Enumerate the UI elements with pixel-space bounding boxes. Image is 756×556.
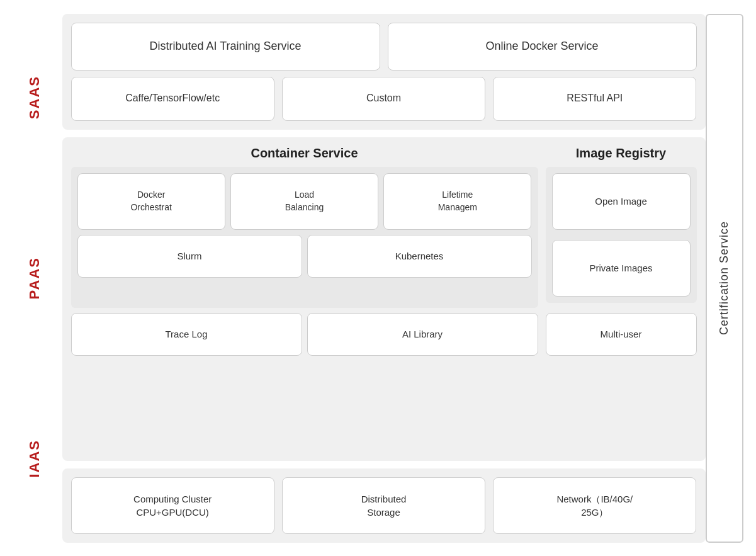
architecture-diagram: SAAS PAAS IAAS Distributed AI Training S…: [13, 8, 743, 549]
load-balancing-card: Load Balancing: [230, 173, 378, 230]
kubernetes-card: Kubernetes: [307, 235, 532, 278]
distributed-ai-card: Distributed AI Training Service: [71, 23, 380, 71]
paas-label-cell: PAAS: [13, 188, 56, 368]
iaas-tier: Computing Cluster CPU+GPU(DCU) Distribut…: [62, 468, 706, 543]
certification-column: Certification Service: [706, 14, 743, 543]
slurm-row: Slurm Kubernetes: [77, 235, 532, 278]
paas-label: PAAS: [26, 257, 43, 300]
saas-label: SAAS: [26, 76, 43, 119]
iaas-inner: Computing Cluster CPU+GPU(DCU) Distribut…: [71, 477, 697, 534]
restful-card: RESTful API: [493, 77, 696, 121]
container-service-section: Container Service Docker Orchestrat Load…: [71, 146, 538, 356]
network-card: Network（IB/40G/ 25G）: [493, 477, 696, 534]
container-row: Docker Orchestrat Load Balancing Lifetim…: [77, 173, 532, 230]
iaas-label: IAAS: [26, 440, 43, 478]
certification-label: Certification Service: [718, 221, 731, 335]
private-images-card: Private Images: [552, 240, 691, 297]
custom-card: Custom: [282, 77, 485, 121]
multi-user-card: Multi-user: [546, 313, 697, 356]
trace-row: Trace Log AI Library: [71, 313, 538, 356]
ai-library-card: AI Library: [307, 313, 538, 356]
paas-inner: Container Service Docker Orchestrat Load…: [71, 146, 697, 356]
caffe-card: Caffe/TensorFlow/etc: [71, 77, 274, 121]
slurm-card: Slurm: [77, 235, 302, 278]
container-service-title: Container Service: [71, 146, 538, 161]
distributed-storage-card: Distributed Storage: [282, 477, 485, 534]
iaas-label-cell: IAAS: [13, 368, 56, 549]
saas-row2: Caffe/TensorFlow/etc Custom RESTful API: [71, 77, 697, 121]
docker-orchestrat-card: Docker Orchestrat: [77, 173, 225, 230]
online-docker-card: Online Docker Service: [388, 23, 697, 71]
paas-tier: Container Service Docker Orchestrat Load…: [62, 137, 706, 461]
computing-cluster-card: Computing Cluster CPU+GPU(DCU): [71, 477, 274, 534]
saas-row1: Distributed AI Training Service Online D…: [71, 23, 697, 71]
lifetime-managem-card: Lifetime Managem: [383, 173, 531, 230]
open-image-card: Open Image: [552, 173, 691, 230]
saas-tier: Distributed AI Training Service Online D…: [62, 14, 706, 130]
container-service-bg: Docker Orchestrat Load Balancing Lifetim…: [71, 167, 538, 308]
trace-log-card: Trace Log: [71, 313, 302, 356]
image-registry-title: Image Registry: [546, 146, 697, 161]
labels-column: SAAS PAAS IAAS: [13, 8, 56, 549]
image-registry-bg: Open Image Private Images: [546, 167, 697, 303]
saas-label-cell: SAAS: [13, 8, 56, 188]
image-registry-section: Image Registry Open Image Private Images…: [546, 146, 697, 356]
main-content: Distributed AI Training Service Online D…: [56, 8, 706, 549]
